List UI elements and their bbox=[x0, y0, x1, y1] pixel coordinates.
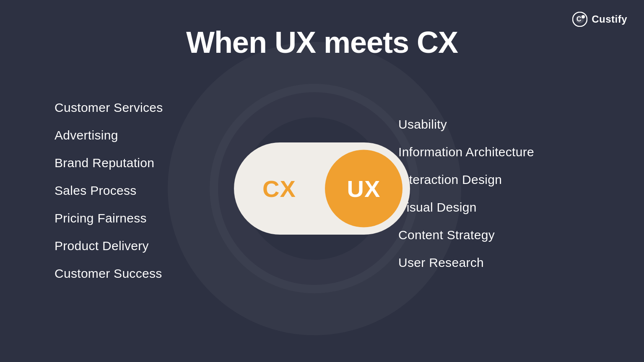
cx-item-3: Brand Reputation bbox=[55, 156, 163, 170]
ux-item-5: Content Strategy bbox=[398, 228, 602, 242]
toggle-track: CX UX bbox=[234, 142, 410, 235]
ux-item-4: Visual Design bbox=[398, 200, 602, 215]
ux-item-3: Interaction Design bbox=[398, 173, 602, 187]
ux-item-1: Usability bbox=[398, 117, 602, 132]
toggle-widget: CX UX bbox=[234, 142, 410, 235]
cx-list: Customer Services Advertising Brand Repu… bbox=[55, 101, 163, 281]
cx-item-5: Pricing Fairness bbox=[55, 211, 163, 225]
page-title: When UX meets CX bbox=[186, 25, 458, 59]
page-header: When UX meets CX bbox=[0, 0, 644, 59]
cx-item-4: Sales Process bbox=[55, 184, 163, 198]
cx-item-2: Advertising bbox=[55, 128, 163, 142]
toggle-ux-label: UX bbox=[347, 175, 381, 202]
ux-item-6: User Research bbox=[398, 256, 602, 270]
toggle-circle: UX bbox=[325, 150, 402, 228]
cx-item-1: Customer Services bbox=[55, 101, 163, 115]
cx-item-7: Customer Success bbox=[55, 266, 163, 281]
cx-item-6: Product Delivery bbox=[55, 239, 163, 253]
ux-list: Usability Information Architecture Inter… bbox=[398, 117, 602, 270]
ux-item-2: Information Architecture bbox=[398, 145, 602, 159]
toggle-cx-label: CX bbox=[262, 175, 296, 202]
